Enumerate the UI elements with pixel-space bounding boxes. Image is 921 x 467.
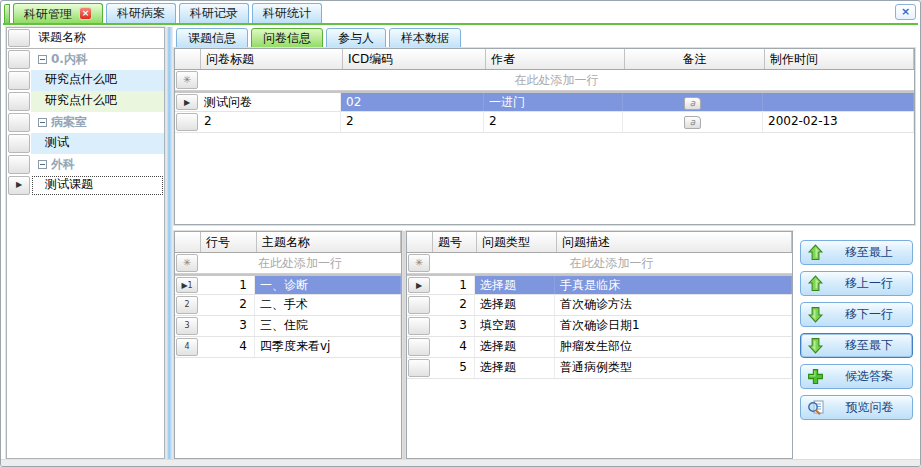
question-grid-new-row[interactable]: ✳ 在此处添加一行 [407, 253, 792, 274]
column-header-topic[interactable]: 主题名称 [257, 232, 401, 252]
row-selector[interactable] [7, 112, 31, 133]
cell-topic[interactable]: 二、手术 [255, 295, 401, 315]
cell-qtype[interactable]: 选择题 [475, 358, 555, 378]
row-selector[interactable] [407, 295, 431, 315]
cell-qdesc[interactable]: 首次确诊日期1 [555, 316, 792, 336]
cell-memo[interactable]: a [623, 112, 763, 132]
move-down-row-button[interactable]: 移下一行 [800, 302, 913, 327]
topic-row-2[interactable]: 2 2 二、手术 [175, 295, 401, 316]
move-to-top-button[interactable]: 移至最上 [800, 240, 913, 265]
cell-lineno[interactable]: 2 [199, 295, 255, 315]
candidate-answers-button[interactable]: 候选答案 [800, 364, 913, 389]
cell-topic[interactable]: 三、住院 [255, 316, 401, 336]
cell-lineno[interactable]: 3 [199, 316, 255, 336]
tab-keti-xinxi[interactable]: 课题信息 [176, 28, 248, 48]
tabstrip-close-button[interactable]: × [895, 4, 916, 20]
column-header-date[interactable]: 制作时间 [765, 49, 914, 69]
column-header-author[interactable]: 作者 [486, 49, 625, 69]
cell-title[interactable]: 2 [199, 112, 341, 132]
cell-qdesc[interactable]: 手真是临床 [555, 276, 792, 294]
survey-row-1[interactable]: ▶ 测试问卷 02 一进门 a [175, 91, 914, 112]
cell-qdesc[interactable]: 首次确诊方法 [555, 295, 792, 315]
topic-row-1[interactable]: ▶1 1 一、诊断 [175, 274, 401, 295]
cell-author[interactable]: 一进门 [484, 93, 623, 111]
question-row-4[interactable]: 4 选择题 肿瘤发生部位 [407, 337, 792, 358]
tree-item-yanjiu-1[interactable]: 研究点什么吧 [7, 70, 164, 91]
cell-lineno[interactable]: 1 [199, 276, 255, 294]
memo-icon[interactable]: a [684, 97, 701, 110]
tab-wenjuan-xinxi[interactable]: 问卷信息 [251, 28, 323, 48]
tab-canyu-ren[interactable]: 参与人 [326, 28, 386, 48]
cell-qtype[interactable]: 选择题 [475, 295, 555, 315]
topic-row-4[interactable]: 4 4 四季度来看vj [175, 337, 401, 358]
row-selector[interactable] [7, 70, 31, 91]
tree-column-header[interactable]: 课题名称 [31, 28, 164, 48]
collapse-icon[interactable] [38, 118, 47, 127]
tab-close-icon[interactable]: × [79, 7, 92, 20]
preview-survey-button[interactable]: 预览问卷 [800, 395, 913, 420]
column-header-lineno[interactable]: 行号 [201, 232, 257, 252]
row-selector[interactable]: 2 [175, 295, 199, 315]
app-tab-keyan-tongji[interactable]: 科研统计 [252, 3, 322, 23]
column-header-memo[interactable]: 备注 [625, 49, 765, 69]
cell-qno[interactable]: 2 [431, 295, 475, 315]
cell-qtype[interactable]: 选择题 [475, 337, 555, 357]
row-selector[interactable]: 3 [175, 316, 199, 336]
cell-qno[interactable]: 1 [431, 276, 475, 294]
question-row-3[interactable]: 3 填空题 首次确诊日期1 [407, 316, 792, 337]
topic-row-3[interactable]: 3 3 三、住院 [175, 316, 401, 337]
move-up-row-button[interactable]: 移上一行 [800, 271, 913, 296]
app-tab-keyan-jilu[interactable]: 科研记录 [179, 3, 249, 23]
row-selector[interactable] [7, 49, 31, 70]
tree-group-binganshi[interactable]: 病案室 [7, 112, 164, 133]
collapse-icon[interactable] [38, 160, 47, 169]
app-tab-keyan-guanli[interactable]: 科研管理 × [13, 3, 103, 23]
question-row-1[interactable]: ▶ 1 选择题 手真是临床 [407, 274, 792, 295]
row-selector[interactable] [7, 154, 31, 175]
move-to-bottom-button[interactable]: 移至最下 [800, 333, 913, 358]
cell-topic[interactable]: 一、诊断 [255, 276, 401, 294]
cell-qdesc[interactable]: 普通病例类型 [555, 358, 792, 378]
tree-item-yanjiu-2[interactable]: 研究点什么吧 [7, 91, 164, 112]
row-selector[interactable]: ▶ [175, 93, 199, 111]
survey-row-2[interactable]: 2 2 2 a 2002-02-13 [175, 112, 914, 133]
column-header-icd[interactable]: ICD编码 [343, 49, 486, 69]
cell-qdesc[interactable]: 肿瘤发生部位 [555, 337, 792, 357]
cell-memo[interactable]: a [623, 93, 763, 111]
cell-author[interactable]: 2 [484, 112, 623, 132]
row-selector[interactable]: ▶ [7, 175, 31, 196]
tree-group-waike[interactable]: 外科 [7, 154, 164, 175]
topic-grid-new-row[interactable]: ✳ 在此处添加一行 [175, 253, 401, 274]
vertical-splitter[interactable] [166, 27, 173, 459]
cell-icd[interactable]: 02 [341, 93, 484, 111]
row-selector[interactable] [407, 358, 431, 378]
collapse-icon[interactable] [38, 55, 47, 64]
cell-qtype[interactable]: 填空题 [475, 316, 555, 336]
tree-group-neike[interactable]: 0.内科 [7, 49, 164, 70]
row-selector[interactable] [407, 316, 431, 336]
row-selector[interactable]: ▶1 [175, 276, 199, 294]
cell-date[interactable] [763, 93, 914, 111]
row-selector[interactable] [407, 337, 431, 357]
survey-grid-new-row[interactable]: ✳ 在此处添加一行 [175, 70, 914, 91]
column-header-title[interactable]: 问卷标题 [201, 49, 343, 69]
tab-yangben-shuju[interactable]: 样本数据 [389, 28, 461, 48]
app-tab-keyan-bingan[interactable]: 科研病案 [106, 3, 176, 23]
question-row-2[interactable]: 2 选择题 首次确诊方法 [407, 295, 792, 316]
cell-lineno[interactable]: 4 [199, 337, 255, 357]
row-selector[interactable]: ▶ [407, 276, 431, 294]
tree-item-ceshi-keti[interactable]: ▶ 测试课题 [7, 175, 164, 196]
tree-item-ceshi[interactable]: 测试 [7, 133, 164, 154]
grid-splitter[interactable] [403, 231, 405, 459]
row-selector[interactable]: 4 [175, 337, 199, 357]
cell-title[interactable]: 测试问卷 [199, 93, 341, 111]
row-selector[interactable] [7, 133, 31, 154]
cell-icd[interactable]: 2 [341, 112, 484, 132]
question-row-5[interactable]: 5 选择题 普通病例类型 [407, 358, 792, 379]
row-selector[interactable] [7, 91, 31, 112]
cell-date[interactable]: 2002-02-13 [763, 112, 914, 132]
cell-topic[interactable]: 四季度来看vj [255, 337, 401, 357]
cell-qno[interactable]: 3 [431, 316, 475, 336]
cell-qtype[interactable]: 选择题 [475, 276, 555, 294]
memo-icon[interactable]: a [684, 116, 701, 129]
